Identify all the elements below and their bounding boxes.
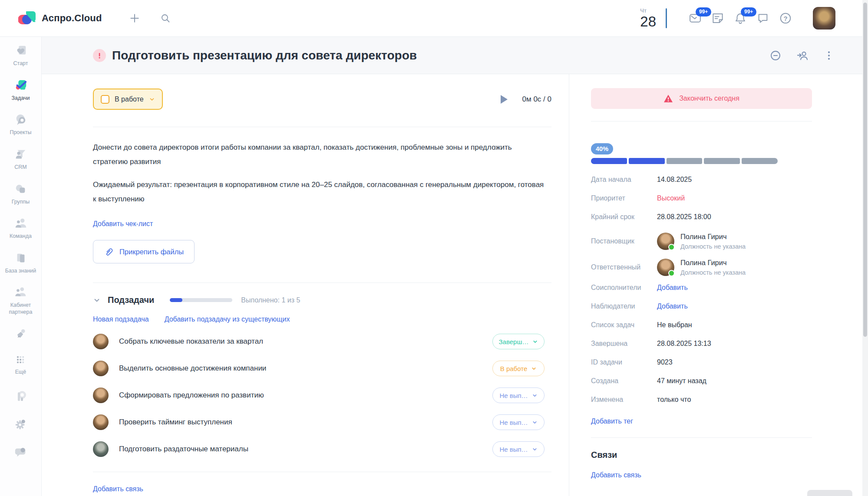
notes-button[interactable] — [711, 12, 724, 25]
tasks-icon — [14, 79, 28, 92]
subtask-row[interactable]: Собрать ключевые показатели за квартал З… — [93, 333, 551, 350]
status-label: В работе — [115, 95, 144, 103]
relations-title: Связи — [591, 450, 812, 460]
add-relation-link[interactable]: Добавить связь — [591, 471, 641, 479]
sidebar-item-start[interactable]: Старт — [1, 44, 41, 67]
subtask-title[interactable]: Проверить тайминг выступления — [119, 418, 232, 427]
sidebar-item-team[interactable]: Команда — [1, 217, 41, 240]
delegate-button[interactable] — [796, 49, 809, 62]
sidebar-item-settings[interactable] — [1, 417, 41, 431]
subtask-row[interactable]: Выделить основные достижения компании В … — [93, 360, 551, 377]
assignee-avatar — [93, 361, 109, 376]
chevron-down-icon — [532, 393, 538, 398]
subtask-row[interactable]: Проверить тайминг выступления Не вып… — [93, 414, 551, 431]
support-chat-icon — [14, 445, 28, 459]
assignee-name[interactable]: Полина Гирич — [680, 258, 746, 267]
sidebar-item-support-chat[interactable] — [1, 445, 41, 459]
subtask-status-dropdown[interactable]: Заверш… — [492, 334, 545, 349]
author-name[interactable]: Полина Гирич — [680, 232, 746, 241]
search-button[interactable] — [160, 13, 171, 23]
sidebar-item-crm[interactable]: CRM — [1, 148, 41, 171]
subtask-status-label: Не вып… — [499, 419, 528, 426]
field-coworkers: Соисполнители Добавить — [591, 283, 812, 292]
app-logo[interactable]: Аспро.Cloud — [18, 10, 102, 27]
sidebar-item-partner-cabinet[interactable]: Кабинет партнера — [1, 286, 41, 315]
sidebar-item-groups[interactable]: Группы — [1, 182, 41, 206]
field-value: 9023 — [657, 358, 673, 366]
subtask-row[interactable]: Сформировать предложения по развитию Не … — [93, 387, 551, 404]
progress-segment — [704, 158, 740, 164]
status-checkbox-icon — [101, 95, 109, 104]
field-value[interactable]: Высокий — [657, 194, 685, 202]
online-dot — [668, 244, 675, 250]
sidebar-item-knowledge-base[interactable]: База знаний — [1, 251, 41, 275]
subtask-title[interactable]: Подготовить раздаточные материалы — [119, 445, 248, 453]
task-status-dropdown[interactable]: В работе — [93, 89, 163, 110]
subtask-status-label: Не вып… — [499, 392, 528, 399]
progress-segment-bar — [591, 158, 778, 164]
author-position: Должность не указана — [680, 243, 746, 250]
description-paragraph: Донести до совета директоров итоги работ… — [93, 140, 545, 169]
collapse-subtasks-button[interactable] — [93, 296, 101, 304]
progress-segment — [667, 158, 703, 164]
field-value: 28.08.2025 13:13 — [657, 340, 711, 348]
more-menu-button[interactable] — [823, 50, 835, 61]
subtask-status-dropdown[interactable]: Не вып… — [492, 388, 545, 403]
sidebar-item-projects[interactable]: Проекты — [1, 113, 41, 136]
add-existing-subtask-link[interactable]: Добавить подзадачу из существующих — [165, 315, 290, 323]
gear-icon — [14, 417, 28, 431]
field-value[interactable]: Не выбран — [657, 321, 692, 329]
sidebar-item-partner-logo[interactable] — [1, 389, 41, 403]
subtask-title[interactable]: Сформировать предложения по развитию — [119, 391, 264, 400]
subtask-row[interactable]: Подготовить раздаточные материалы Не вып… — [93, 440, 551, 458]
subtasks-header: Подзадачи Выполнено: 1 из 5 — [93, 295, 551, 305]
inbox-badge: 99+ — [696, 7, 711, 16]
help-button[interactable]: ? — [779, 12, 792, 25]
field-value[interactable]: 28.08.2025 18:00 — [657, 213, 711, 221]
subtask-title[interactable]: Выделить основные достижения компании — [119, 364, 266, 373]
corner-widget[interactable] — [807, 490, 852, 496]
new-subtask-link[interactable]: Новая подзадача — [93, 315, 149, 323]
subtask-status-label: Заверш… — [499, 338, 529, 345]
page-scrollbar[interactable] — [862, 0, 868, 496]
deadline-banner-label: Закончить сегодня — [679, 95, 739, 102]
timer-play-button[interactable] — [501, 95, 508, 104]
chat-button[interactable] — [756, 12, 769, 25]
help-glyph: ? — [779, 12, 792, 25]
warning-icon — [663, 94, 673, 103]
create-button[interactable] — [129, 13, 140, 24]
scrollbar-thumb[interactable] — [863, 3, 867, 337]
add-watcher-link[interactable]: Добавить — [657, 302, 688, 310]
add-relation-link[interactable]: Добавить связь — [93, 485, 143, 493]
calendar-date[interactable]: Чт 28 — [640, 8, 656, 29]
status-row: В работе 0м 0с / 0 — [93, 89, 551, 110]
task-details-panel: Закончить сегодня 40% Дата начала 14.08.… — [569, 74, 862, 496]
add-coworker-link[interactable]: Добавить — [657, 284, 688, 292]
add-tag-link[interactable]: Добавить тег — [591, 417, 633, 425]
notifications-button-wrap: 99+ — [734, 12, 747, 25]
sidebar-item-tasks[interactable]: Задачи — [1, 79, 41, 102]
sidebar-item-more[interactable]: Ещё — [1, 352, 41, 376]
task-main: В работе 0м 0с / 0 Донести до совета дир… — [42, 74, 569, 496]
subtasks-title: Подзадачи — [108, 295, 154, 305]
user-avatar[interactable] — [813, 7, 835, 30]
task-header: Подготовить презентацию для совета дирек… — [42, 37, 862, 74]
chevron-down-icon — [93, 296, 101, 304]
divider — [93, 282, 551, 283]
subtask-status-dropdown[interactable]: Не вып… — [492, 414, 545, 430]
add-checklist-link[interactable]: Добавить чек-лист — [93, 220, 153, 228]
sidebar-item-rocket[interactable] — [1, 327, 41, 341]
attach-files-button[interactable]: Прикрепить файлы — [93, 240, 195, 263]
timer-value: 0м 0с / 0 — [522, 95, 551, 104]
field-value[interactable]: 14.08.2025 — [657, 176, 692, 184]
share-person-icon — [796, 49, 809, 62]
subtask-status-dropdown[interactable]: Не вып… — [492, 441, 545, 457]
field-task-list: Список задач Не выбран — [591, 321, 812, 329]
copy-link-button[interactable] — [769, 49, 782, 62]
subtask-status-dropdown[interactable]: В работе — [492, 361, 545, 376]
assignee-avatar — [93, 388, 109, 403]
subtask-title[interactable]: Собрать ключевые показатели за квартал — [119, 337, 263, 346]
progress-segment — [742, 158, 778, 164]
assignee-avatar[interactable] — [657, 259, 674, 276]
author-avatar[interactable] — [657, 233, 674, 250]
